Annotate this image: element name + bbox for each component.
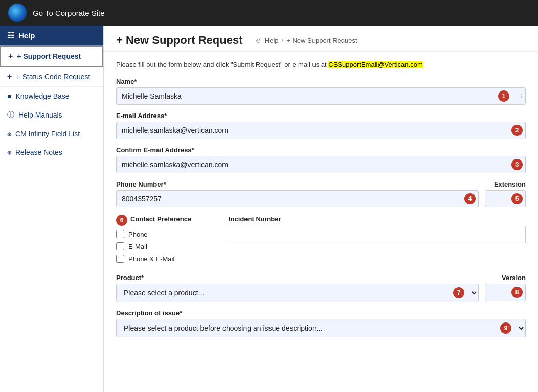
name-label: Name* bbox=[116, 78, 526, 85]
sidebar-help-label: Help bbox=[18, 31, 35, 40]
breadcrumb-help-link[interactable]: Help bbox=[265, 37, 279, 44]
sidebar-cm-label: CM Infinity Field List bbox=[15, 130, 80, 138]
phone-label: Phone Number* bbox=[116, 180, 479, 188]
checkbox-phone-email[interactable] bbox=[116, 255, 124, 263]
email-input[interactable] bbox=[116, 122, 526, 139]
extension-input-wrapper: 5 bbox=[485, 190, 526, 207]
extension-label: Extension bbox=[485, 180, 526, 188]
breadcrumb: ☺ Help / + New Support Request bbox=[255, 37, 357, 44]
incident-label: Incident Number bbox=[229, 215, 281, 223]
version-group: Version 8 bbox=[485, 274, 526, 301]
content-area: + New Support Request ☺ Help / + New Sup… bbox=[104, 26, 538, 392]
sidebar-help-header: ☷ Help bbox=[0, 26, 103, 45]
description-row: Description of issue* Please select a pr… bbox=[116, 309, 526, 337]
form-intro: Please fill out the form below and click… bbox=[116, 61, 526, 68]
checkbox-email-row: E-Mail bbox=[116, 242, 208, 250]
confirm-email-wrapper: 3 bbox=[116, 156, 526, 173]
confirm-email-label: Confirm E-mail Address* bbox=[116, 146, 526, 154]
extension-badge: 5 bbox=[511, 193, 523, 204]
email-label: E-mail Address* bbox=[116, 112, 526, 120]
name-input[interactable] bbox=[116, 87, 526, 105]
page-header: + New Support Request ☺ Help / + New Sup… bbox=[104, 26, 538, 52]
sidebar-status-code-label: + Status Code Request bbox=[16, 73, 90, 81]
book-icon: ■ bbox=[7, 92, 11, 100]
plus-icon-2: + bbox=[7, 72, 12, 81]
confirm-email-input[interactable] bbox=[116, 156, 526, 173]
version-label: Version bbox=[485, 274, 526, 282]
phone-row: Phone Number* 4 Extension 5 bbox=[116, 180, 526, 207]
product-group: Product* Please select a product... 7 bbox=[116, 274, 479, 302]
checkbox-phone[interactable] bbox=[116, 230, 124, 238]
topbar-title[interactable]: Go To Corporate Site bbox=[33, 9, 105, 17]
name-input-wrapper: 1 ⁝ bbox=[116, 87, 526, 105]
sidebar-item-knowledge-base[interactable]: ■ Knowledge Base bbox=[0, 87, 103, 105]
email-input-wrapper: 2 bbox=[116, 122, 526, 139]
sidebar-support-request-label: + Support Request bbox=[17, 52, 81, 60]
confirm-email-row: Confirm E-mail Address* 3 bbox=[116, 146, 526, 173]
person-icon: ☺ bbox=[255, 37, 262, 44]
sidebar-knowledge-label: Knowledge Base bbox=[15, 92, 69, 100]
release-icon: ⎈ bbox=[7, 148, 11, 156]
incident-input[interactable] bbox=[229, 226, 526, 243]
doc-icon: ⎈ bbox=[7, 130, 11, 138]
phone-input-wrapper: 4 bbox=[116, 190, 479, 207]
checkbox-phone-label: Phone bbox=[128, 230, 148, 238]
version-badge: 8 bbox=[511, 287, 523, 298]
confirm-email-badge: 3 bbox=[511, 159, 523, 170]
sidebar-item-status-code[interactable]: + + Status Code Request bbox=[0, 67, 103, 86]
description-select[interactable]: Please select a product before choosing … bbox=[116, 319, 526, 337]
sidebar-item-support-request[interactable]: + + Support Request bbox=[0, 45, 103, 67]
logo[interactable] bbox=[8, 4, 27, 22]
phone-input[interactable] bbox=[116, 190, 479, 207]
phone-extension-row: Phone Number* 4 Extension 5 bbox=[116, 180, 526, 207]
contact-label-row: 6 Contact Preference bbox=[116, 215, 208, 226]
sidebar-help-manuals-label: Help Manuals bbox=[18, 111, 62, 119]
checkbox-phone-email-row: Phone & E-Mail bbox=[116, 255, 208, 263]
plus-icon: + bbox=[8, 52, 13, 61]
contact-incident-row: 6 Contact Preference Phone E-Mail Phone … bbox=[116, 215, 526, 267]
topbar: Go To Corporate Site bbox=[0, 0, 538, 26]
product-select-wrapper: Please select a product... 7 bbox=[116, 284, 479, 302]
description-select-wrapper: Please select a product before choosing … bbox=[116, 319, 526, 337]
checkbox-email[interactable] bbox=[116, 242, 124, 250]
info-icon: ⓘ bbox=[7, 110, 14, 120]
breadcrumb-current: + New Support Request bbox=[286, 37, 357, 44]
email-row: E-mail Address* 2 bbox=[116, 112, 526, 139]
checkbox-phone-row: Phone bbox=[116, 230, 208, 238]
product-version-row: Product* Please select a product... 7 Ve… bbox=[116, 274, 526, 302]
sidebar-item-help-manuals[interactable]: ⓘ Help Manuals bbox=[0, 105, 103, 125]
product-select[interactable]: Please select a product... bbox=[116, 284, 479, 302]
phone-group: Phone Number* 4 bbox=[116, 180, 479, 207]
grid-icon: ⁝ bbox=[521, 93, 523, 100]
form-area: Please fill out the form below and click… bbox=[104, 52, 538, 354]
version-input-wrapper: 8 bbox=[485, 284, 526, 301]
breadcrumb-separator: / bbox=[282, 37, 284, 44]
description-label: Description of issue* bbox=[116, 309, 526, 317]
product-label: Product* bbox=[116, 274, 479, 282]
phone-badge: 4 bbox=[464, 193, 476, 204]
extension-group: Extension 5 bbox=[485, 180, 526, 207]
checkbox-phone-email-label: Phone & E-Mail bbox=[128, 255, 174, 263]
main-layout: ☷ Help + + Support Request + + Status Co… bbox=[0, 26, 538, 392]
sidebar-release-label: Release Notes bbox=[15, 148, 62, 156]
name-row: Name* 1 ⁝ bbox=[116, 78, 526, 105]
support-email[interactable]: CSSupportEmail@Vertican.com bbox=[328, 61, 422, 68]
contact-pref-label: Contact Preference bbox=[130, 215, 191, 223]
contact-col: 6 Contact Preference Phone E-Mail Phone … bbox=[116, 215, 208, 267]
name-badge: 1 bbox=[498, 90, 509, 102]
help-book-icon: ☷ bbox=[7, 31, 14, 40]
contact-badge: 6 bbox=[116, 215, 127, 226]
page-title: + New Support Request bbox=[116, 34, 243, 47]
checkbox-email-label: E-Mail bbox=[128, 243, 147, 250]
sidebar-item-release-notes[interactable]: ⎈ Release Notes bbox=[0, 143, 103, 162]
incident-label-row: Incident Number bbox=[229, 215, 526, 223]
sidebar: ☷ Help + + Support Request + + Status Co… bbox=[0, 26, 104, 392]
sidebar-item-cm-infinity[interactable]: ⎈ CM Infinity Field List bbox=[0, 125, 103, 143]
email-badge: 2 bbox=[511, 125, 523, 136]
incident-col: Incident Number bbox=[229, 215, 526, 267]
